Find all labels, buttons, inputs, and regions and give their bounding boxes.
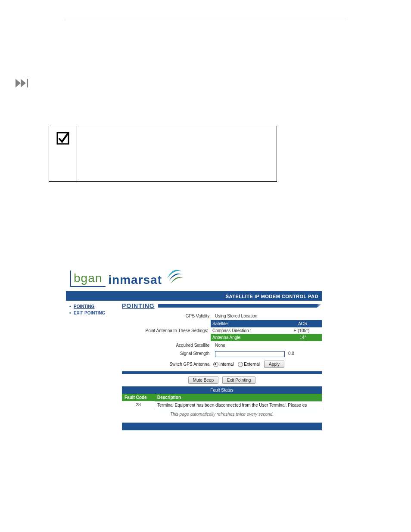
signal-strength-label: Signal Strength: bbox=[125, 351, 213, 357]
antenna-angle-label: Antenna Angle: bbox=[211, 334, 284, 341]
sidebar-item-label: EXIT POINTING bbox=[74, 311, 105, 315]
radio-internal-label: Internal bbox=[219, 362, 234, 367]
satellite-label: Satellite: bbox=[211, 320, 284, 327]
svg-rect-2 bbox=[27, 79, 28, 87]
signal-strength-bar bbox=[215, 351, 285, 357]
svg-marker-1 bbox=[21, 79, 26, 87]
inmarsat-logo: inmarsat bbox=[108, 268, 184, 287]
footer-bar bbox=[122, 423, 322, 430]
sidebar-item-label: POINTING bbox=[74, 304, 94, 309]
note-text bbox=[77, 126, 277, 181]
radio-internal[interactable]: Internal bbox=[213, 362, 234, 367]
point-antenna-label: Point Antenna to These Settings: bbox=[122, 328, 211, 333]
note-box bbox=[49, 126, 277, 182]
sidebar-item-exit-pointing[interactable]: EXIT POINTING bbox=[69, 310, 120, 316]
radio-dot-icon bbox=[238, 362, 243, 367]
apply-button[interactable]: Apply bbox=[264, 361, 284, 368]
title-bar-text: SATELLITE IP MODEM CONTROL PAD bbox=[226, 294, 318, 299]
fault-status-bar: Fault Status bbox=[122, 386, 322, 394]
signal-strength-value: 0.0 bbox=[288, 351, 319, 357]
fault-code-header: Fault Code bbox=[122, 394, 155, 401]
radio-external-label: External bbox=[244, 362, 260, 367]
sidebar-item-pointing[interactable]: POINTING bbox=[69, 303, 120, 310]
fault-desc-value: Terminal Equipment has been disconnected… bbox=[155, 401, 322, 409]
logo-row: bgan inmarsat bbox=[66, 260, 322, 291]
gps-validity-value: Using Stored Location bbox=[213, 314, 284, 318]
fault-table-header: Fault Code Description bbox=[122, 394, 322, 401]
inmarsat-text: inmarsat bbox=[108, 273, 162, 287]
mute-beep-button[interactable]: Mute Beep bbox=[188, 376, 218, 384]
acquired-satellite-value: None bbox=[213, 343, 284, 348]
gps-validity-label: GPS Validity: bbox=[125, 314, 213, 318]
fault-row: 28 Terminal Equipment has been disconnec… bbox=[122, 401, 322, 409]
fault-desc-header: Description bbox=[155, 394, 322, 401]
section-heading: POINTING bbox=[122, 302, 322, 309]
fast-forward-icon bbox=[16, 78, 30, 90]
radio-external[interactable]: External bbox=[238, 362, 260, 367]
compass-direction-value: E (105°) bbox=[281, 328, 322, 333]
fault-code-value: 28 bbox=[122, 401, 155, 409]
fault-status-label: Fault Status bbox=[122, 386, 322, 394]
separator bbox=[65, 20, 346, 20]
section-title: POINTING bbox=[122, 302, 155, 309]
radio-dot-icon bbox=[213, 362, 218, 367]
satellite-value: AOR bbox=[284, 320, 322, 327]
main-panel: POINTING GPS Validity: Using Stored Loca… bbox=[122, 301, 322, 430]
modem-control-panel: bgan inmarsat SATELLITE IP MODEM CONTROL… bbox=[65, 260, 323, 430]
sidebar: POINTING EXIT POINTING bbox=[66, 301, 122, 430]
checkbox-checked-icon bbox=[56, 131, 70, 147]
antenna-angle-value: 14° bbox=[284, 334, 322, 341]
refresh-note: This page automatically refreshes twice … bbox=[122, 409, 322, 421]
bgan-logo: bgan bbox=[70, 271, 106, 287]
acquired-satellite-label: Acquired Satellite: bbox=[125, 343, 213, 348]
switch-gps-label: Switch GPS Antenna: bbox=[125, 362, 213, 367]
compass-direction-label: Compass Direction : bbox=[211, 328, 281, 333]
title-bar: SATELLITE IP MODEM CONTROL PAD bbox=[66, 291, 322, 301]
svg-marker-0 bbox=[16, 79, 21, 87]
exit-pointing-button[interactable]: Exit Pointing bbox=[222, 376, 256, 384]
